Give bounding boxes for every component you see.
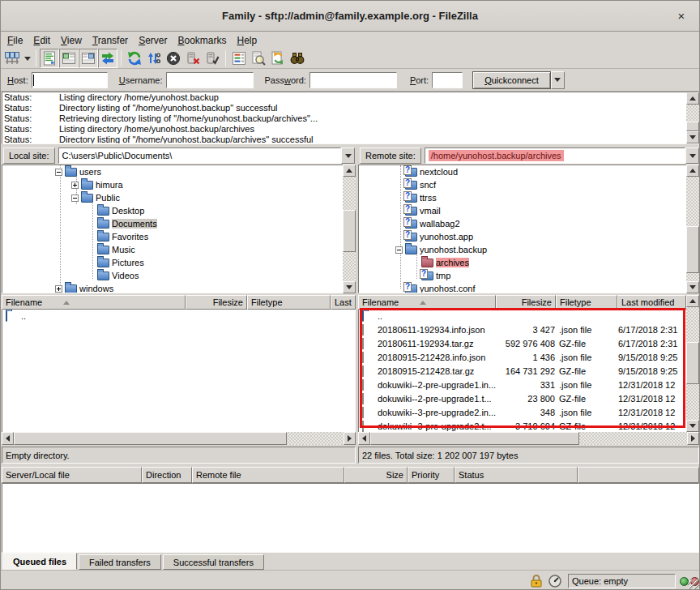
column-header-filesize[interactable]: Filesize: [496, 295, 556, 310]
scroll-thumb[interactable]: [14, 432, 287, 445]
toggle-transfer-queue-icon[interactable]: [98, 49, 117, 68]
tree-item-users[interactable]: users: [2, 165, 355, 178]
refresh-icon[interactable]: [125, 49, 144, 68]
expand-icon[interactable]: [71, 182, 79, 189]
resize-grip[interactable]: [688, 579, 699, 590]
scroll-left-icon[interactable]: [2, 432, 14, 445]
tree-item-sncf[interactable]: sncf: [359, 178, 698, 191]
queue-list[interactable]: [2, 483, 699, 553]
tree-item-archives[interactable]: archives: [359, 256, 698, 269]
reconnect-icon[interactable]: [203, 49, 222, 68]
remote-path-combo[interactable]: /home/yunohost.backup/archives: [425, 148, 685, 164]
tree-item-himura[interactable]: himura: [2, 178, 355, 191]
expand-icon[interactable]: [55, 285, 62, 293]
local-directory-tree[interactable]: users himura Public Desktop Documents Fa…: [2, 165, 356, 293]
tree-item-documents[interactable]: Documents: [2, 217, 355, 230]
local-file-list[interactable]: ..: [2, 310, 356, 432]
remote-path-dropdown-icon[interactable]: [685, 148, 699, 164]
menu-help[interactable]: Help: [234, 33, 265, 48]
column-header-status[interactable]: Status: [455, 467, 578, 483]
message-log[interactable]: Status:Listing directory /home/yunohost.…: [2, 92, 699, 144]
tree-item-music[interactable]: Music: [2, 243, 355, 256]
remote-list-scrollbar[interactable]: [686, 295, 699, 432]
file-row[interactable]: dokuwiki--2-pre-upgrade1.in...331.json f…: [359, 378, 685, 392]
column-header-filesize[interactable]: Filesize: [186, 295, 247, 310]
remote-file-list[interactable]: .. 20180611-192934.info.json3 427.json f…: [358, 310, 686, 432]
scroll-up-icon[interactable]: [686, 295, 699, 307]
remote-list-hscrollbar[interactable]: [358, 432, 699, 445]
tree-item-wallabag2[interactable]: wallabag2: [359, 217, 698, 230]
process-queue-icon[interactable]: [144, 49, 164, 68]
scroll-thumb[interactable]: [370, 432, 579, 445]
scroll-left-icon[interactable]: [358, 432, 370, 445]
tree-item-desktop[interactable]: Desktop: [2, 204, 355, 217]
menu-bookmarks[interactable]: Bookmarks: [174, 33, 233, 48]
host-input[interactable]: [32, 72, 108, 88]
close-icon[interactable]: ×: [673, 8, 689, 24]
tree-item-ttrss[interactable]: ttrss: [359, 191, 698, 204]
toggle-message-log-icon[interactable]: [40, 49, 59, 68]
port-input[interactable]: [432, 72, 463, 88]
file-row[interactable]: dokuwiki--3-pre-upgrade2.t...3 710 604GZ…: [359, 420, 685, 432]
column-header-filename[interactable]: Filename: [358, 295, 496, 310]
tree-item-public[interactable]: Public: [2, 191, 355, 204]
tab-queued-files[interactable]: Queued files: [2, 553, 77, 570]
quickconnect-dropdown-icon[interactable]: [551, 71, 565, 89]
file-row[interactable]: dokuwiki--2-pre-upgrade1.t...23 800GZ-fi…: [359, 392, 685, 406]
file-row-parent-dir[interactable]: ..: [2, 310, 355, 323]
local-list-hscrollbar[interactable]: [2, 432, 356, 445]
column-header-server-local-file[interactable]: Server/Local file: [2, 467, 142, 483]
tree-item-yunohost-conf[interactable]: yunohost.conf: [359, 282, 698, 293]
tree-item-vmail[interactable]: vmail: [359, 204, 698, 217]
scroll-down-icon[interactable]: [686, 131, 699, 143]
site-manager-icon[interactable]: [2, 49, 22, 68]
file-row-parent-dir[interactable]: ..: [359, 310, 685, 323]
file-row[interactable]: 20180915-212428.tar.gz164 731 292GZ-file…: [359, 365, 685, 378]
title-bar[interactable]: Family - sftp://admin@family.example.org…: [1, 1, 699, 32]
collapse-icon[interactable]: [71, 195, 79, 202]
menu-edit[interactable]: Edit: [30, 33, 58, 48]
speed-limit-gauge-icon[interactable]: [548, 574, 562, 588]
tab-successful-transfers[interactable]: Successful transfers: [163, 554, 264, 570]
log-scrollbar[interactable]: [686, 92, 699, 143]
find-files-icon[interactable]: [288, 49, 307, 68]
file-row[interactable]: 20180611-192934.tar.gz592 976 408GZ-file…: [359, 337, 685, 351]
scroll-thumb[interactable]: [686, 122, 699, 131]
tab-failed-transfers[interactable]: Failed transfers: [79, 554, 161, 570]
username-input[interactable]: [166, 72, 254, 88]
scroll-up-icon[interactable]: [686, 92, 699, 105]
column-header-last-modified[interactable]: Last: [331, 295, 356, 310]
password-input[interactable]: [309, 72, 397, 88]
tree-item-pictures[interactable]: Pictures: [2, 256, 355, 269]
directory-filter-icon[interactable]: [229, 49, 249, 68]
column-header-filename[interactable]: Filename: [2, 295, 186, 310]
synchronized-browsing-icon[interactable]: [268, 49, 288, 68]
scroll-down-icon[interactable]: [686, 420, 699, 432]
column-header-size[interactable]: Size: [344, 467, 408, 483]
collapse-icon[interactable]: [55, 169, 62, 176]
file-row[interactable]: 20180915-212428.info.json1 436.json file…: [359, 351, 685, 365]
site-manager-dropdown-icon[interactable]: [22, 49, 32, 68]
collapse-icon[interactable]: [395, 246, 403, 254]
column-header-priority[interactable]: Priority: [408, 467, 455, 483]
quickconnect-button[interactable]: Quickconnect: [472, 71, 551, 89]
tree-item-yunohost-app[interactable]: yunohost.app: [359, 230, 698, 243]
column-header-filetype[interactable]: Filetype: [247, 295, 331, 310]
scroll-thumb[interactable]: [686, 342, 699, 384]
cancel-icon[interactable]: [164, 49, 183, 68]
tree-item-windows[interactable]: windows: [2, 282, 355, 293]
local-path-combo[interactable]: C:\users\Public\Documents\: [58, 148, 341, 164]
column-header-filetype[interactable]: Filetype: [556, 295, 617, 310]
tree-item-nextcloud[interactable]: nextcloud: [359, 165, 698, 178]
column-header-remote-file[interactable]: Remote file: [192, 467, 344, 483]
tree-item-favorites[interactable]: Favorites: [2, 230, 355, 243]
file-row[interactable]: 20180611-192934.info.json3 427.json file…: [359, 323, 685, 337]
toggle-local-tree-icon[interactable]: [59, 49, 79, 68]
column-header-last-modified[interactable]: Last modified: [617, 295, 686, 310]
menu-view[interactable]: View: [58, 33, 89, 48]
tree-item-tmp[interactable]: tmp: [359, 269, 698, 282]
column-header-direction[interactable]: Direction: [142, 467, 192, 483]
local-path-dropdown-icon[interactable]: [341, 148, 355, 164]
disconnect-icon[interactable]: [183, 49, 203, 68]
directory-comparison-icon[interactable]: [249, 49, 268, 68]
